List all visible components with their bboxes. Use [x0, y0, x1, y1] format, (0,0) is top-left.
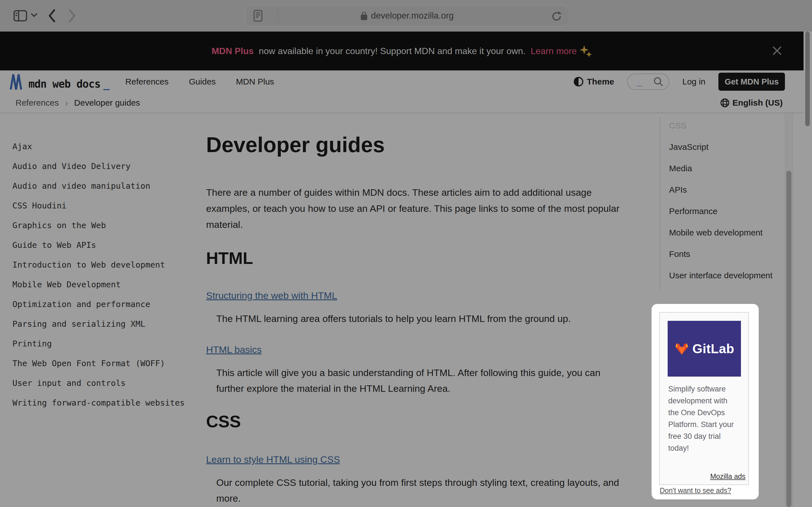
- toc-item-media[interactable]: Media: [669, 158, 692, 179]
- sidebar-item-optimization[interactable]: Optimization and performance: [12, 294, 193, 314]
- article-main: Developer guides There are a number of g…: [206, 124, 629, 507]
- close-icon[interactable]: [769, 43, 785, 59]
- toc-item-ui-development[interactable]: User interface development: [669, 265, 772, 286]
- toc-item-css[interactable]: CSS: [669, 115, 687, 136]
- desc-learn-style-css: Our complete CSS tutorial, taking you fr…: [216, 474, 619, 506]
- login-link[interactable]: Log in: [682, 77, 705, 87]
- toc-item-javascript[interactable]: JavaScript: [669, 136, 709, 158]
- breadcrumb-separator: ›: [65, 98, 68, 108]
- mdn-logo-icon: [9, 73, 26, 90]
- toc-divider: [660, 117, 660, 289]
- desc-structuring-web-html: The HTML learning area offers tutorials …: [216, 311, 571, 327]
- mozilla-ads-link[interactable]: Mozilla ads: [710, 472, 746, 481]
- theme-label: Theme: [587, 77, 614, 87]
- sidebar-item-audio-video-manipulation[interactable]: Audio and video manipulation: [12, 176, 193, 196]
- ad-optout-link[interactable]: Don't want to see ads?: [660, 487, 731, 495]
- banner-highlight: MDN Plus: [211, 46, 253, 56]
- section-heading-html: HTML: [206, 248, 253, 268]
- section-heading-css: CSS: [206, 412, 241, 431]
- mdn-logo[interactable]: mdn web docs _: [9, 73, 110, 90]
- gitlab-ad-banner[interactable]: GitLab: [668, 321, 741, 377]
- globe-icon: [720, 98, 730, 108]
- intro-paragraph: There are a number of guides within MDN …: [206, 184, 619, 233]
- theme-toggle[interactable]: Theme: [573, 76, 614, 87]
- guides-sidebar: Ajax Audio and Video Delivery Audio and …: [12, 136, 193, 413]
- ad-container: GitLab Simplify software development wit…: [659, 312, 749, 485]
- divider: [278, 10, 278, 22]
- chevron-down-icon[interactable]: [31, 12, 38, 17]
- gitlab-brand-text: GitLab: [693, 341, 734, 356]
- logo-cursor: _: [103, 78, 109, 90]
- nav-references[interactable]: References: [125, 77, 168, 87]
- site-header: mdn web docs _ References Guides MDN Plu…: [0, 70, 804, 93]
- link-html-basics[interactable]: HTML basics: [206, 344, 262, 355]
- search-caret: _: [637, 80, 642, 83]
- logo-wordmark: mdn web docs: [29, 78, 100, 90]
- url-display[interactable]: developer.mozilla.org: [245, 11, 569, 21]
- sidebar-item-printing[interactable]: Printing: [12, 334, 193, 353]
- ad-card: GitLab Simplify software development wit…: [652, 304, 759, 499]
- search-input[interactable]: _: [627, 73, 669, 90]
- header-actions: Theme _ Log in Get MDN Plus: [573, 73, 785, 91]
- banner-learn-more-link[interactable]: Learn more: [530, 46, 577, 56]
- gitlab-tanuki-icon: [674, 342, 689, 356]
- toc-item-performance[interactable]: Performance: [669, 201, 718, 222]
- main-nav: References Guides MDN Plus: [125, 77, 274, 87]
- toc-item-mobile-web[interactable]: Mobile web development: [669, 222, 763, 243]
- address-bar[interactable]: developer.mozilla.org: [245, 5, 569, 26]
- sidebar-toggle-icon[interactable]: [13, 8, 28, 23]
- banner-message: now available in your country! Support M…: [259, 46, 525, 56]
- sidebar-item-ajax[interactable]: Ajax: [12, 136, 193, 156]
- sidebar-item-user-input[interactable]: User input and controls: [12, 373, 193, 393]
- sidebar-item-web-apis[interactable]: Guide to Web APIs: [12, 235, 193, 255]
- back-button-icon[interactable]: [47, 8, 57, 24]
- ad-copy[interactable]: Simplify software development with the O…: [668, 383, 742, 454]
- nav-guides[interactable]: Guides: [189, 77, 216, 87]
- sparkles-icon: [580, 45, 592, 57]
- breadcrumb-bar: References › Developer guides English (U…: [0, 93, 804, 113]
- language-label: English (US): [732, 98, 783, 108]
- notification-banner: MDN Plus now available in your country! …: [0, 32, 804, 70]
- toc-item-apis[interactable]: APIs: [669, 179, 687, 201]
- sidebar-item-css-houdini[interactable]: CSS Houdini: [12, 196, 193, 216]
- breadcrumb-current: Developer guides: [74, 98, 140, 108]
- sidebar-item-woff[interactable]: The Web Open Font Format (WOFF): [12, 353, 193, 373]
- link-learn-style-css[interactable]: Learn to style HTML using CSS: [206, 454, 340, 465]
- reader-view-icon[interactable]: [253, 10, 263, 22]
- breadcrumb: References › Developer guides: [15, 98, 140, 108]
- browser-toolbar: developer.mozilla.org: [0, 0, 812, 32]
- language-selector[interactable]: English (US): [720, 98, 783, 108]
- sidebar-item-mobile-webdev[interactable]: Mobile Web Development: [12, 275, 193, 294]
- nav-mdn-plus[interactable]: MDN Plus: [236, 77, 274, 87]
- breadcrumb-references[interactable]: References: [15, 98, 59, 108]
- page-title: Developer guides: [206, 132, 385, 157]
- sidebar-item-graphics[interactable]: Graphics on the Web: [12, 216, 193, 235]
- sidebar-item-forward-compatible[interactable]: Writing forward-compatible websites: [12, 393, 193, 413]
- lock-icon: [360, 11, 368, 20]
- forward-button-icon[interactable]: [67, 8, 77, 24]
- theme-icon: [573, 76, 583, 87]
- window-scrollbar-thumb[interactable]: [805, 32, 810, 126]
- link-structuring-web-html[interactable]: Structuring the web with HTML: [206, 290, 337, 301]
- search-icon: [653, 76, 664, 87]
- content-scrollbar-thumb[interactable]: [786, 171, 792, 507]
- url-text: developer.mozilla.org: [371, 11, 454, 21]
- sidebar-item-parsing-xml[interactable]: Parsing and serializing XML: [12, 314, 193, 334]
- reload-icon[interactable]: [551, 11, 562, 22]
- sidebar-item-audio-video-delivery[interactable]: Audio and Video Delivery: [12, 156, 193, 176]
- desc-html-basics: This article will give you a basic under…: [216, 365, 601, 396]
- get-mdn-plus-button[interactable]: Get MDN Plus: [718, 73, 785, 91]
- sidebar-item-intro-webdev[interactable]: Introduction to Web development: [12, 255, 193, 275]
- toc-item-fonts[interactable]: Fonts: [669, 243, 690, 265]
